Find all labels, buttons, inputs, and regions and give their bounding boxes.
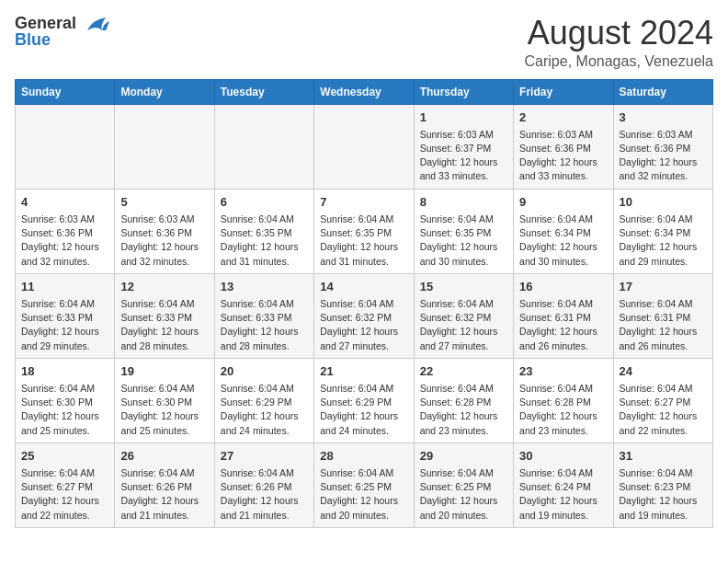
day-info: Sunrise: 6:04 AM Sunset: 6:29 PM Dayligh… — [221, 382, 308, 438]
logo-bird-icon — [80, 16, 109, 38]
day-info: Sunrise: 6:04 AM Sunset: 6:35 PM Dayligh… — [320, 213, 407, 269]
day-number: 29 — [420, 448, 507, 465]
calendar-cell: 23Sunrise: 6:04 AM Sunset: 6:28 PM Dayli… — [514, 358, 613, 442]
logo-text-line2: Blue — [15, 31, 76, 48]
calendar-header-row: SundayMondayTuesdayWednesdayThursdayFrid… — [16, 79, 713, 104]
day-number: 11 — [21, 279, 108, 295]
day-info: Sunrise: 6:04 AM Sunset: 6:30 PM Dayligh… — [120, 382, 208, 438]
day-info: Sunrise: 6:04 AM Sunset: 6:33 PM Dayligh… — [120, 297, 208, 353]
day-info: Sunrise: 6:03 AM Sunset: 6:36 PM Dayligh… — [620, 128, 707, 184]
calendar-cell: 30Sunrise: 6:04 AM Sunset: 6:24 PM Dayli… — [514, 442, 613, 527]
day-info: Sunrise: 6:04 AM Sunset: 6:28 PM Dayligh… — [420, 382, 507, 438]
day-number: 8 — [420, 194, 507, 211]
calendar-cell: 20Sunrise: 6:04 AM Sunset: 6:29 PM Dayli… — [214, 358, 313, 442]
day-number: 23 — [519, 363, 607, 380]
week-row-5: 25Sunrise: 6:04 AM Sunset: 6:27 PM Dayli… — [16, 442, 713, 527]
calendar-cell — [115, 104, 214, 189]
day-header-wednesday: Wednesday — [314, 79, 414, 104]
day-info: Sunrise: 6:04 AM Sunset: 6:33 PM Dayligh… — [21, 297, 108, 353]
calendar-cell: 19Sunrise: 6:04 AM Sunset: 6:30 PM Dayli… — [115, 358, 214, 442]
calendar-cell: 6Sunrise: 6:04 AM Sunset: 6:35 PM Daylig… — [214, 189, 313, 273]
calendar-cell: 2Sunrise: 6:03 AM Sunset: 6:36 PM Daylig… — [514, 104, 613, 189]
calendar-cell: 11Sunrise: 6:04 AM Sunset: 6:33 PM Dayli… — [16, 273, 115, 358]
day-number: 31 — [620, 448, 707, 465]
day-info: Sunrise: 6:04 AM Sunset: 6:25 PM Dayligh… — [420, 466, 507, 523]
day-info: Sunrise: 6:04 AM Sunset: 6:28 PM Dayligh… — [519, 382, 607, 438]
day-info: Sunrise: 6:03 AM Sunset: 6:36 PM Dayligh… — [21, 213, 108, 269]
calendar-cell: 31Sunrise: 6:04 AM Sunset: 6:23 PM Dayli… — [613, 442, 712, 527]
day-number: 9 — [519, 194, 607, 211]
day-number: 4 — [21, 194, 108, 211]
day-header-friday: Friday — [514, 79, 613, 104]
day-number: 28 — [320, 448, 407, 465]
day-number: 25 — [21, 448, 108, 465]
calendar-cell: 29Sunrise: 6:04 AM Sunset: 6:25 PM Dayli… — [414, 442, 513, 527]
calendar-cell: 18Sunrise: 6:04 AM Sunset: 6:30 PM Dayli… — [16, 358, 115, 442]
calendar-cell: 4Sunrise: 6:03 AM Sunset: 6:36 PM Daylig… — [16, 189, 115, 273]
day-header-monday: Monday — [115, 79, 214, 104]
day-header-saturday: Saturday — [613, 79, 712, 104]
week-row-4: 18Sunrise: 6:04 AM Sunset: 6:30 PM Dayli… — [16, 358, 713, 442]
day-number: 15 — [420, 279, 507, 295]
logo-text-line1: General — [15, 15, 76, 31]
day-info: Sunrise: 6:04 AM Sunset: 6:31 PM Dayligh… — [620, 297, 707, 353]
day-info: Sunrise: 6:04 AM Sunset: 6:30 PM Dayligh… — [21, 382, 108, 438]
day-info: Sunrise: 6:04 AM Sunset: 6:32 PM Dayligh… — [320, 297, 407, 353]
page-subtitle: Caripe, Monagas, Venezuela — [525, 53, 713, 70]
calendar-cell: 9Sunrise: 6:04 AM Sunset: 6:34 PM Daylig… — [514, 189, 613, 273]
calendar-cell — [214, 104, 313, 189]
day-info: Sunrise: 6:04 AM Sunset: 6:32 PM Dayligh… — [420, 297, 507, 353]
calendar-cell: 8Sunrise: 6:04 AM Sunset: 6:35 PM Daylig… — [414, 189, 513, 273]
day-number: 10 — [620, 194, 707, 211]
day-number: 12 — [120, 279, 208, 295]
calendar-cell: 15Sunrise: 6:04 AM Sunset: 6:32 PM Dayli… — [414, 273, 513, 358]
week-row-3: 11Sunrise: 6:04 AM Sunset: 6:33 PM Dayli… — [16, 273, 713, 358]
day-number: 21 — [320, 363, 407, 380]
calendar-cell: 24Sunrise: 6:04 AM Sunset: 6:27 PM Dayli… — [613, 358, 712, 442]
calendar-cell: 3Sunrise: 6:03 AM Sunset: 6:36 PM Daylig… — [613, 104, 712, 189]
day-header-sunday: Sunday — [16, 79, 115, 104]
day-number: 24 — [620, 363, 707, 380]
calendar-cell: 26Sunrise: 6:04 AM Sunset: 6:26 PM Dayli… — [115, 442, 214, 527]
day-number: 19 — [120, 363, 208, 380]
week-row-1: 1Sunrise: 6:03 AM Sunset: 6:37 PM Daylig… — [16, 104, 713, 189]
day-number: 13 — [221, 279, 308, 295]
day-info: Sunrise: 6:04 AM Sunset: 6:25 PM Dayligh… — [320, 466, 407, 523]
calendar-table: SundayMondayTuesdayWednesdayThursdayFrid… — [15, 79, 713, 528]
day-number: 1 — [420, 109, 507, 126]
day-number: 5 — [120, 194, 208, 211]
day-number: 6 — [221, 194, 308, 211]
calendar-cell: 13Sunrise: 6:04 AM Sunset: 6:33 PM Dayli… — [214, 273, 313, 358]
calendar-cell: 12Sunrise: 6:04 AM Sunset: 6:33 PM Dayli… — [115, 273, 214, 358]
day-number: 3 — [620, 109, 707, 126]
calendar-cell: 21Sunrise: 6:04 AM Sunset: 6:29 PM Dayli… — [314, 358, 414, 442]
day-number: 18 — [21, 363, 108, 380]
day-info: Sunrise: 6:04 AM Sunset: 6:35 PM Dayligh… — [221, 213, 308, 269]
calendar-cell — [16, 104, 115, 189]
calendar-cell — [314, 104, 414, 189]
day-number: 30 — [519, 448, 607, 465]
day-info: Sunrise: 6:04 AM Sunset: 6:33 PM Dayligh… — [221, 297, 308, 353]
day-info: Sunrise: 6:03 AM Sunset: 6:36 PM Dayligh… — [519, 128, 607, 184]
day-number: 2 — [519, 109, 607, 126]
day-info: Sunrise: 6:04 AM Sunset: 6:24 PM Dayligh… — [519, 466, 607, 523]
day-info: Sunrise: 6:04 AM Sunset: 6:23 PM Dayligh… — [620, 466, 707, 523]
calendar-cell: 10Sunrise: 6:04 AM Sunset: 6:34 PM Dayli… — [613, 189, 712, 273]
logo: General Blue — [15, 15, 109, 48]
day-info: Sunrise: 6:04 AM Sunset: 6:35 PM Dayligh… — [420, 213, 507, 269]
title-block: August 2024 Caripe, Monagas, Venezuela — [525, 15, 713, 70]
calendar-cell: 27Sunrise: 6:04 AM Sunset: 6:26 PM Dayli… — [214, 442, 313, 527]
day-number: 27 — [221, 448, 308, 465]
day-info: Sunrise: 6:04 AM Sunset: 6:29 PM Dayligh… — [320, 382, 407, 438]
day-info: Sunrise: 6:03 AM Sunset: 6:37 PM Dayligh… — [420, 128, 507, 184]
day-number: 7 — [320, 194, 407, 211]
calendar-cell: 28Sunrise: 6:04 AM Sunset: 6:25 PM Dayli… — [314, 442, 414, 527]
day-info: Sunrise: 6:04 AM Sunset: 6:27 PM Dayligh… — [620, 382, 707, 438]
page-header: General Blue August 2024 Caripe, Monagas… — [15, 15, 713, 70]
page-title: August 2024 — [525, 15, 713, 52]
calendar-cell: 25Sunrise: 6:04 AM Sunset: 6:27 PM Dayli… — [16, 442, 115, 527]
day-header-tuesday: Tuesday — [214, 79, 313, 104]
day-info: Sunrise: 6:04 AM Sunset: 6:27 PM Dayligh… — [21, 466, 108, 523]
day-number: 20 — [221, 363, 308, 380]
week-row-2: 4Sunrise: 6:03 AM Sunset: 6:36 PM Daylig… — [16, 189, 713, 273]
